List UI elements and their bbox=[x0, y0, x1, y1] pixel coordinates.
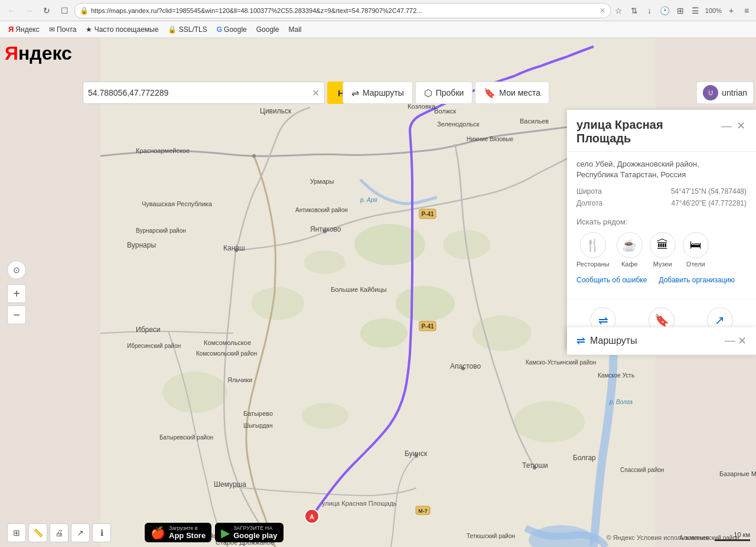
user-avatar: U bbox=[703, 85, 718, 100]
location-panel-links: Сообщить об ошибке Добавить организацию bbox=[576, 276, 747, 284]
svg-text:Вурнары: Вурнары bbox=[127, 241, 156, 249]
svg-text:Камско-Устьинский район: Камско-Устьинский район bbox=[526, 359, 596, 366]
browser-reload-btn[interactable]: ↻ bbox=[39, 3, 54, 18]
bookmark-star-icon[interactable]: ☆ bbox=[613, 5, 625, 17]
nearby-icons: 🍴 Рестораны ☕ Кафе 🏛 Музеи 🛏 Отели bbox=[576, 232, 747, 268]
map-scale: 10 км bbox=[715, 531, 750, 541]
bookmark-icon: 🔖 bbox=[484, 87, 496, 99]
location-panel-minimize-btn[interactable]: — bbox=[720, 119, 733, 134]
url-input[interactable] bbox=[91, 7, 597, 14]
svg-text:Чувашская Республика: Чувашская Республика bbox=[142, 200, 213, 207]
svg-text:Тетюши: Тетюши bbox=[522, 461, 548, 470]
routes-panel-close-btn[interactable]: ✕ bbox=[738, 334, 747, 347]
browser-home-btn[interactable]: ☐ bbox=[57, 3, 72, 18]
nearby-restaurants[interactable]: 🍴 Рестораны bbox=[576, 232, 610, 268]
svg-point-4 bbox=[360, 318, 408, 348]
zoom-in-icon[interactable]: + bbox=[725, 5, 737, 17]
compass-btn[interactable]: ⊙ bbox=[7, 261, 26, 279]
search-bar: ✕ Найти bbox=[83, 82, 375, 104]
sync-icon[interactable]: ⇅ bbox=[628, 5, 640, 17]
print-btn[interactable]: 🖨 bbox=[50, 523, 69, 542]
location-address: село Убей, Дрожжановский район, Республи… bbox=[576, 159, 747, 180]
traffic-btn[interactable]: ⬡ Пробки bbox=[415, 82, 473, 104]
browser-back-btn[interactable]: ← bbox=[4, 3, 19, 18]
location-panel-close-btn[interactable]: ✕ bbox=[735, 118, 747, 134]
user-name: untrian bbox=[722, 88, 747, 97]
browser-address-bar[interactable]: 🔒 ✕ bbox=[74, 3, 611, 18]
svg-text:Янтиково: Янтиково bbox=[310, 225, 341, 233]
nearby-title: Искать рядом: bbox=[576, 217, 747, 226]
svg-text:Цивильск: Цивильск bbox=[260, 107, 292, 115]
apple-icon: 🍎 bbox=[151, 526, 165, 540]
bookmark-ssl[interactable]: 🔒 SSL/TLS bbox=[164, 24, 210, 35]
my-places-btn[interactable]: 🔖 Мои места bbox=[475, 82, 549, 104]
svg-text:р. Волга: р. Волга bbox=[609, 399, 633, 405]
svg-text:Комсомольский район: Комсомольский район bbox=[196, 350, 257, 357]
add-org-link[interactable]: Добавить организацию bbox=[659, 276, 735, 284]
apps-icon[interactable]: ⊞ bbox=[674, 5, 686, 17]
browser-chrome: ← → ↻ ☐ 🔒 ✕ ☆ ⇅ ↓ 🕐 ⊞ ☰ 100% + ≡ Я Яндек… bbox=[0, 0, 756, 38]
nearby-cafes[interactable]: ☕ Кафе bbox=[617, 232, 643, 268]
app-store-buttons: 🍎 Загрузите в App Store ▶ ЗАГРУЗИТЕ НА G… bbox=[145, 523, 284, 542]
svg-point-7 bbox=[251, 287, 304, 320]
settings-icon[interactable]: ☰ bbox=[690, 5, 702, 17]
cafe-icon: ☕ bbox=[617, 232, 643, 258]
search-input[interactable] bbox=[88, 88, 312, 97]
google-play-btn[interactable]: ▶ ЗАГРУЗИТЕ НА Google play bbox=[215, 523, 283, 542]
share-btn[interactable]: ↗ bbox=[71, 523, 90, 542]
routes-panel-title: Маршруты bbox=[590, 336, 637, 346]
bookmark-popular[interactable]: ★ Часто посещаемые bbox=[82, 24, 162, 35]
routes-btn[interactable]: ⇌ Маршруты bbox=[343, 82, 413, 104]
browser-forward-btn[interactable]: → bbox=[21, 3, 37, 18]
svg-point-22 bbox=[252, 154, 256, 158]
routes-panel-icon: ⇌ bbox=[576, 334, 585, 347]
svg-text:Ибресинский район: Ибресинский район bbox=[127, 343, 181, 349]
svg-text:Шемурша: Шемурша bbox=[214, 480, 246, 489]
museum-icon: 🏛 bbox=[650, 232, 676, 258]
menu-icon[interactable]: ≡ bbox=[741, 5, 752, 17]
zoom-out-btn[interactable]: − bbox=[7, 305, 26, 324]
svg-text:р. Аря: р. Аря bbox=[360, 197, 377, 203]
history-icon[interactable]: 🕐 bbox=[659, 5, 671, 17]
report-error-link[interactable]: Сообщить об ошибке bbox=[576, 276, 647, 284]
nearby-museums[interactable]: 🏛 Музеи bbox=[650, 232, 676, 268]
bookmark-google2[interactable]: Google bbox=[253, 24, 283, 35]
svg-point-5 bbox=[304, 250, 346, 274]
hotel-icon: 🛏 bbox=[683, 232, 709, 258]
bookmark-yandex[interactable]: Я Яндекс bbox=[5, 24, 43, 35]
svg-text:Болгар: Болгар bbox=[573, 454, 596, 462]
bookmarks-bar: Я Яндекс ✉ Почта ★ Часто посещаемые 🔒 SS… bbox=[0, 21, 756, 38]
google-play-icon: ▶ bbox=[221, 526, 230, 540]
zoom-in-btn[interactable]: + bbox=[7, 284, 26, 303]
svg-text:Спасский район: Спасский район bbox=[620, 467, 664, 473]
map-container[interactable]: A B P-41 P-41 M-7 Цивильск Волжск Зелено… bbox=[0, 38, 756, 547]
yandex-logo[interactable]: Яндекс bbox=[5, 43, 72, 64]
svg-point-9 bbox=[301, 403, 348, 429]
svg-point-11 bbox=[514, 401, 585, 442]
search-input-wrap[interactable]: ✕ bbox=[83, 82, 325, 104]
apple-app-store-btn[interactable]: 🍎 Загрузите в App Store bbox=[145, 523, 211, 542]
download-icon[interactable]: ↓ bbox=[644, 5, 656, 17]
user-btn[interactable]: U untrian bbox=[696, 82, 754, 104]
search-clear-btn[interactable]: ✕ bbox=[312, 87, 320, 99]
svg-text:Комсомольское: Комсомольское bbox=[204, 339, 251, 346]
ruler-btn[interactable]: 📏 bbox=[28, 523, 47, 542]
svg-text:Батыревский район: Батыревский район bbox=[159, 434, 213, 441]
svg-text:Большие Кайбицы: Большие Кайбицы bbox=[331, 286, 387, 293]
bookmark-google[interactable]: G Google bbox=[213, 24, 250, 35]
map-bottom-left-controls: ⊞ 📏 🖨 ↗ ℹ bbox=[7, 523, 111, 542]
routes-panel-minimize-btn[interactable]: — bbox=[725, 334, 735, 347]
address-bar-clear[interactable]: ✕ bbox=[599, 6, 605, 15]
svg-text:Буинск: Буинск bbox=[405, 450, 428, 458]
nearby-hotels[interactable]: 🛏 Отели bbox=[683, 232, 709, 268]
svg-text:Батырево: Батырево bbox=[243, 410, 273, 417]
info-btn[interactable]: ℹ bbox=[92, 523, 111, 542]
svg-text:Яльчики: Яльчики bbox=[227, 376, 252, 383]
layers-btn[interactable]: ⊞ bbox=[7, 523, 26, 542]
map-copyright: © Яндекс Условия использования bbox=[607, 534, 709, 541]
svg-text:Апастово: Апастово bbox=[450, 362, 481, 370]
svg-text:Вурнарский район: Вурнарский район bbox=[136, 227, 186, 234]
routes-panel-header: ⇌ Маршруты — ✕ bbox=[567, 327, 756, 355]
bookmark-mail[interactable]: ✉ Почта bbox=[45, 24, 80, 35]
bookmark-mail2[interactable]: Mail bbox=[285, 24, 305, 35]
